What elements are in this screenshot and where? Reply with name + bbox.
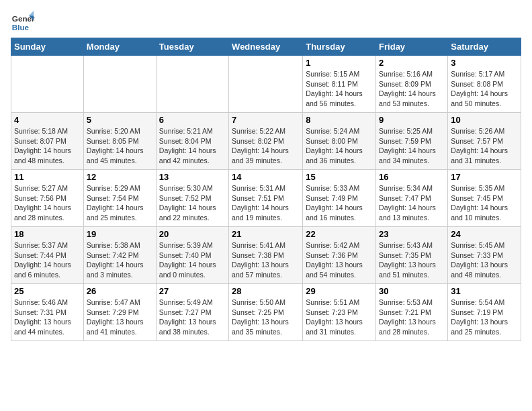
calendar-cell: 14Sunrise: 5:31 AM Sunset: 7:51 PM Dayli… xyxy=(229,170,303,227)
calendar-cell: 19Sunrise: 5:38 AM Sunset: 7:42 PM Dayli… xyxy=(83,227,156,284)
svg-marker-3 xyxy=(29,11,34,15)
calendar-cell: 12Sunrise: 5:29 AM Sunset: 7:54 PM Dayli… xyxy=(83,170,156,227)
calendar-cell: 23Sunrise: 5:43 AM Sunset: 7:35 PM Dayli… xyxy=(376,227,448,284)
day-info: Sunrise: 5:31 AM Sunset: 7:51 PM Dayligh… xyxy=(232,183,300,223)
day-number: 11 xyxy=(14,172,81,182)
calendar-cell: 16Sunrise: 5:34 AM Sunset: 7:47 PM Dayli… xyxy=(376,170,448,227)
calendar-cell: 29Sunrise: 5:51 AM Sunset: 7:23 PM Dayli… xyxy=(303,284,376,341)
day-number: 29 xyxy=(306,286,373,296)
calendar-cell: 8Sunrise: 5:24 AM Sunset: 8:00 PM Daylig… xyxy=(303,113,376,170)
day-number: 19 xyxy=(87,229,153,239)
calendar-cell xyxy=(229,56,303,113)
day-info: Sunrise: 5:25 AM Sunset: 7:59 PM Dayligh… xyxy=(379,126,445,166)
day-info: Sunrise: 5:15 AM Sunset: 8:11 PM Dayligh… xyxy=(306,69,373,109)
day-number: 8 xyxy=(306,115,373,125)
day-info: Sunrise: 5:41 AM Sunset: 7:38 PM Dayligh… xyxy=(232,240,300,280)
calendar-cell: 9Sunrise: 5:25 AM Sunset: 7:59 PM Daylig… xyxy=(376,113,448,170)
day-info: Sunrise: 5:18 AM Sunset: 8:07 PM Dayligh… xyxy=(14,126,81,166)
day-number: 28 xyxy=(232,286,300,296)
day-number: 20 xyxy=(159,229,226,239)
header-tuesday: Tuesday xyxy=(156,38,228,56)
week-row-5: 25Sunrise: 5:46 AM Sunset: 7:31 PM Dayli… xyxy=(11,284,521,341)
day-info: Sunrise: 5:42 AM Sunset: 7:36 PM Dayligh… xyxy=(306,240,373,280)
calendar-cell xyxy=(83,56,156,113)
day-number: 26 xyxy=(87,286,153,296)
day-info: Sunrise: 5:20 AM Sunset: 8:05 PM Dayligh… xyxy=(87,126,153,166)
day-info: Sunrise: 5:21 AM Sunset: 8:04 PM Dayligh… xyxy=(159,126,226,166)
calendar-cell: 3Sunrise: 5:17 AM Sunset: 8:08 PM Daylig… xyxy=(448,56,521,113)
day-info: Sunrise: 5:29 AM Sunset: 7:54 PM Dayligh… xyxy=(87,183,153,223)
page-header: General Blue xyxy=(11,11,521,35)
calendar-cell: 31Sunrise: 5:54 AM Sunset: 7:19 PM Dayli… xyxy=(448,284,521,341)
day-info: Sunrise: 5:47 AM Sunset: 7:29 PM Dayligh… xyxy=(87,298,153,337)
calendar-cell: 2Sunrise: 5:16 AM Sunset: 8:09 PM Daylig… xyxy=(376,56,448,113)
calendar-cell: 1Sunrise: 5:15 AM Sunset: 8:11 PM Daylig… xyxy=(303,56,376,113)
header-sunday: Sunday xyxy=(11,38,84,56)
day-number: 27 xyxy=(159,286,226,296)
calendar-cell: 18Sunrise: 5:37 AM Sunset: 7:44 PM Dayli… xyxy=(11,227,84,284)
calendar-cell: 11Sunrise: 5:27 AM Sunset: 7:56 PM Dayli… xyxy=(11,170,84,227)
week-row-4: 18Sunrise: 5:37 AM Sunset: 7:44 PM Dayli… xyxy=(11,227,521,284)
calendar-cell: 4Sunrise: 5:18 AM Sunset: 8:07 PM Daylig… xyxy=(11,113,84,170)
day-number: 17 xyxy=(451,172,518,182)
day-info: Sunrise: 5:26 AM Sunset: 7:57 PM Dayligh… xyxy=(451,126,518,166)
calendar-cell: 22Sunrise: 5:42 AM Sunset: 7:36 PM Dayli… xyxy=(303,227,376,284)
day-number: 4 xyxy=(14,115,81,125)
day-info: Sunrise: 5:53 AM Sunset: 7:21 PM Dayligh… xyxy=(379,298,445,337)
day-info: Sunrise: 5:33 AM Sunset: 7:49 PM Dayligh… xyxy=(306,183,373,223)
day-info: Sunrise: 5:49 AM Sunset: 7:27 PM Dayligh… xyxy=(159,298,226,337)
week-row-2: 4Sunrise: 5:18 AM Sunset: 8:07 PM Daylig… xyxy=(11,113,521,170)
day-number: 13 xyxy=(159,172,226,182)
day-info: Sunrise: 5:54 AM Sunset: 7:19 PM Dayligh… xyxy=(451,298,518,337)
calendar-cell xyxy=(11,56,84,113)
day-info: Sunrise: 5:38 AM Sunset: 7:42 PM Dayligh… xyxy=(87,240,153,280)
day-info: Sunrise: 5:30 AM Sunset: 7:52 PM Dayligh… xyxy=(159,183,226,223)
day-number: 9 xyxy=(379,115,445,125)
calendar-cell: 28Sunrise: 5:50 AM Sunset: 7:25 PM Dayli… xyxy=(229,284,303,341)
day-info: Sunrise: 5:39 AM Sunset: 7:40 PM Dayligh… xyxy=(159,240,226,280)
day-info: Sunrise: 5:46 AM Sunset: 7:31 PM Dayligh… xyxy=(14,298,81,337)
day-info: Sunrise: 5:37 AM Sunset: 7:44 PM Dayligh… xyxy=(14,240,81,280)
calendar-cell: 27Sunrise: 5:49 AM Sunset: 7:27 PM Dayli… xyxy=(156,284,228,341)
day-number: 1 xyxy=(306,58,373,68)
day-number: 3 xyxy=(451,58,518,68)
header-thursday: Thursday xyxy=(303,38,376,56)
calendar-cell: 24Sunrise: 5:45 AM Sunset: 7:33 PM Dayli… xyxy=(448,227,521,284)
day-number: 2 xyxy=(379,58,445,68)
calendar-cell: 10Sunrise: 5:26 AM Sunset: 7:57 PM Dayli… xyxy=(448,113,521,170)
day-info: Sunrise: 5:51 AM Sunset: 7:23 PM Dayligh… xyxy=(306,298,373,337)
day-info: Sunrise: 5:50 AM Sunset: 7:25 PM Dayligh… xyxy=(232,298,300,337)
logo-icon: General Blue xyxy=(11,11,35,35)
calendar-cell: 13Sunrise: 5:30 AM Sunset: 7:52 PM Dayli… xyxy=(156,170,228,227)
day-info: Sunrise: 5:35 AM Sunset: 7:45 PM Dayligh… xyxy=(451,183,518,223)
day-number: 16 xyxy=(379,172,445,182)
day-number: 7 xyxy=(232,115,300,125)
week-row-1: 1Sunrise: 5:15 AM Sunset: 8:11 PM Daylig… xyxy=(11,56,521,113)
day-number: 24 xyxy=(451,229,518,239)
calendar-cell: 26Sunrise: 5:47 AM Sunset: 7:29 PM Dayli… xyxy=(83,284,156,341)
day-number: 10 xyxy=(451,115,518,125)
day-number: 31 xyxy=(451,286,518,296)
day-number: 6 xyxy=(159,115,226,125)
day-info: Sunrise: 5:27 AM Sunset: 7:56 PM Dayligh… xyxy=(14,183,81,223)
header-monday: Monday xyxy=(83,38,156,56)
calendar-cell xyxy=(156,56,228,113)
day-number: 18 xyxy=(14,229,81,239)
day-info: Sunrise: 5:43 AM Sunset: 7:35 PM Dayligh… xyxy=(379,240,445,280)
day-number: 30 xyxy=(379,286,445,296)
calendar-cell: 30Sunrise: 5:53 AM Sunset: 7:21 PM Dayli… xyxy=(376,284,448,341)
calendar-cell: 17Sunrise: 5:35 AM Sunset: 7:45 PM Dayli… xyxy=(448,170,521,227)
day-info: Sunrise: 5:16 AM Sunset: 8:09 PM Dayligh… xyxy=(379,69,445,109)
day-number: 12 xyxy=(87,172,153,182)
day-info: Sunrise: 5:34 AM Sunset: 7:47 PM Dayligh… xyxy=(379,183,445,223)
calendar-cell: 6Sunrise: 5:21 AM Sunset: 8:04 PM Daylig… xyxy=(156,113,228,170)
day-number: 25 xyxy=(14,286,81,296)
day-info: Sunrise: 5:17 AM Sunset: 8:08 PM Dayligh… xyxy=(451,69,518,109)
day-info: Sunrise: 5:45 AM Sunset: 7:33 PM Dayligh… xyxy=(451,240,518,280)
calendar-cell: 5Sunrise: 5:20 AM Sunset: 8:05 PM Daylig… xyxy=(83,113,156,170)
day-info: Sunrise: 5:24 AM Sunset: 8:00 PM Dayligh… xyxy=(306,126,373,166)
day-info: Sunrise: 5:22 AM Sunset: 8:02 PM Dayligh… xyxy=(232,126,300,166)
header-wednesday: Wednesday xyxy=(229,38,303,56)
svg-text:Blue: Blue xyxy=(12,23,30,32)
calendar-cell: 25Sunrise: 5:46 AM Sunset: 7:31 PM Dayli… xyxy=(11,284,84,341)
